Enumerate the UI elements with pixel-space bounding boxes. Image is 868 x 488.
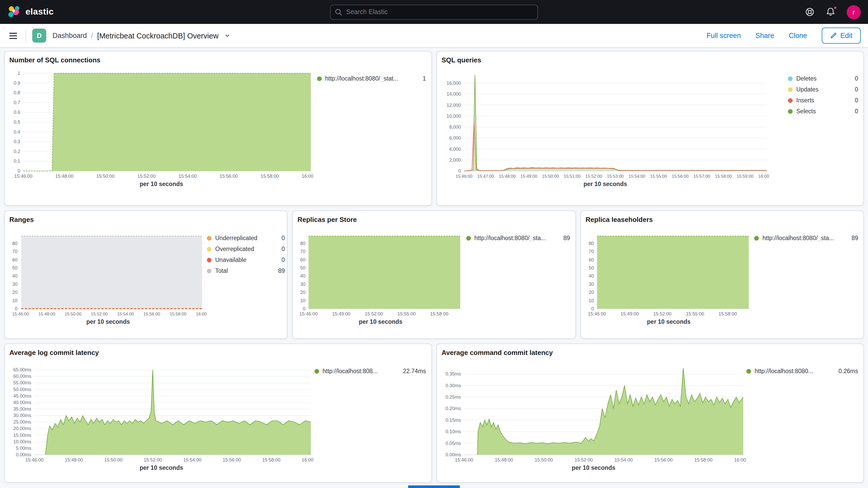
sql-connections-area-chart[interactable]: 00.10.20.30.40.50.60.70.80.9115:46:0015:… bbox=[9, 70, 313, 180]
legend-item-total[interactable]: Total 89 bbox=[207, 268, 285, 274]
svg-text:80: 80 bbox=[588, 241, 594, 246]
svg-text:50: 50 bbox=[12, 265, 18, 271]
legend-color-dot bbox=[207, 247, 212, 251]
svg-text:12,000: 12,000 bbox=[446, 103, 461, 108]
legend-color-dot bbox=[466, 236, 471, 240]
dashboard-actions: Full screen Share Clone Edit bbox=[707, 28, 861, 44]
svg-text:0.05ms: 0.05ms bbox=[445, 441, 461, 446]
panel-number-of-sql-connections: Number of SQL connections 00.10.20.30.40… bbox=[4, 51, 432, 206]
search-input[interactable] bbox=[330, 4, 538, 20]
svg-text:0.4: 0.4 bbox=[14, 129, 20, 134]
legend-item[interactable]: http://localhost:8080... 0.26ms bbox=[746, 368, 858, 374]
svg-text:20.00ms: 20.00ms bbox=[13, 426, 31, 431]
svg-text:70: 70 bbox=[588, 249, 594, 254]
panel-title: Ranges bbox=[9, 216, 282, 223]
svg-text:15:56:00: 15:56:00 bbox=[144, 311, 160, 316]
edit-button[interactable]: Edit bbox=[822, 28, 861, 44]
legend-color-dot bbox=[207, 257, 212, 262]
svg-text:10.00ms: 10.00ms bbox=[13, 439, 31, 444]
svg-text:15:58:00: 15:58:00 bbox=[261, 174, 279, 179]
panel-average-command-commit-latency: Average command commit latency 0.00ms0.0… bbox=[436, 343, 864, 483]
svg-text:15:54:00: 15:54:00 bbox=[183, 457, 202, 462]
leaseholders-area-chart[interactable]: 0102030405060708015:46:0015:49:0015:52:0… bbox=[586, 230, 752, 318]
svg-text:16:00:00: 16:00:00 bbox=[734, 457, 746, 462]
replicas-area-chart[interactable]: 0102030405060708015:46:0015:49:0015:52:0… bbox=[298, 230, 464, 318]
x-axis-group-label: per 10 seconds bbox=[298, 318, 464, 325]
legend-item[interactable]: http://localhost:8080/_sta... 89 bbox=[754, 235, 858, 241]
x-axis-group-label: per 10 seconds bbox=[9, 318, 207, 325]
legend-item[interactable]: http://localhost:808... 22.74ms bbox=[314, 368, 426, 374]
chart-legend: http://localhost:8080/_sta... 89 bbox=[466, 230, 570, 325]
panel-title: Replicas per Store bbox=[298, 216, 570, 223]
breadcrumb-dashboard-link[interactable]: Dashboard bbox=[53, 32, 87, 39]
legend-color-dot bbox=[746, 369, 751, 373]
svg-text:70: 70 bbox=[12, 249, 18, 254]
svg-text:15:50:00: 15:50:00 bbox=[65, 311, 82, 316]
svg-text:15:54:00: 15:54:00 bbox=[117, 311, 134, 316]
svg-text:15:52:00: 15:52:00 bbox=[137, 174, 156, 179]
share-button[interactable]: Share bbox=[755, 32, 774, 39]
user-avatar[interactable]: r bbox=[847, 5, 861, 19]
legend-item-updates[interactable]: Updates 0 bbox=[788, 86, 858, 92]
svg-text:15:52:00: 15:52:00 bbox=[91, 311, 108, 316]
svg-text:15:58:00: 15:58:00 bbox=[718, 311, 737, 316]
full-screen-button[interactable]: Full screen bbox=[707, 32, 741, 39]
svg-text:0.5: 0.5 bbox=[14, 120, 20, 125]
chart-legend: http://localhost:8080... 0.26ms bbox=[746, 363, 858, 471]
svg-text:0: 0 bbox=[303, 306, 306, 311]
legend-item[interactable]: http://localhost:8080/_stat... 1 bbox=[317, 75, 426, 82]
bottom-scroll-indicator[interactable] bbox=[408, 485, 460, 488]
svg-text:10: 10 bbox=[301, 298, 306, 303]
header-actions: r bbox=[805, 5, 861, 19]
svg-text:1: 1 bbox=[18, 71, 20, 76]
svg-text:16,000: 16,000 bbox=[446, 81, 461, 86]
svg-text:15:50:00: 15:50:00 bbox=[104, 457, 122, 462]
svg-text:0.00ms: 0.00ms bbox=[16, 452, 31, 457]
svg-text:15:56:00: 15:56:00 bbox=[220, 174, 238, 179]
legend-item-underreplicated[interactable]: Underreplicated 0 bbox=[207, 235, 285, 241]
legend-item[interactable]: http://localhost:8080/_sta... 89 bbox=[466, 235, 570, 241]
svg-text:80: 80 bbox=[301, 241, 306, 246]
svg-text:15:54:00: 15:54:00 bbox=[614, 457, 632, 462]
log-latency-area-chart[interactable]: 0.00ms5.00ms10.00ms15.00ms20.00ms25.00ms… bbox=[9, 363, 313, 464]
svg-text:16:00:00: 16:00:00 bbox=[302, 174, 313, 179]
sql-queries-area-chart[interactable]: 02,0004,0006,0008,00010,00012,00014,0001… bbox=[441, 70, 769, 180]
svg-text:60: 60 bbox=[588, 257, 594, 263]
svg-text:10,000: 10,000 bbox=[446, 114, 461, 119]
svg-text:15:49:00: 15:49:00 bbox=[520, 174, 537, 179]
legend-item-unavailable[interactable]: Unavailable 0 bbox=[207, 257, 285, 263]
legend-item-overreplicated[interactable]: Overreplicated 0 bbox=[207, 246, 285, 252]
help-icon[interactable] bbox=[805, 7, 814, 17]
svg-text:0.15ms: 0.15ms bbox=[445, 418, 461, 423]
svg-text:0: 0 bbox=[458, 169, 461, 174]
legend-item-deletes[interactable]: Deletes 0 bbox=[788, 75, 858, 82]
svg-text:40: 40 bbox=[301, 273, 306, 279]
svg-text:0.00ms: 0.00ms bbox=[445, 452, 461, 457]
chart-legend: Deletes 0 Updates 0 Inserts 0 bbox=[788, 70, 858, 187]
dashboard-toolbar: D Dashboard / [Metricbeat CockroachDB] O… bbox=[0, 24, 868, 48]
svg-text:15:55:00: 15:55:00 bbox=[398, 311, 416, 316]
elastic-home-link[interactable]: elastic bbox=[7, 5, 54, 19]
ranges-area-chart[interactable]: 0102030405060708015:46:0015:48:0015:50:0… bbox=[9, 230, 207, 318]
svg-text:15:47:00: 15:47:00 bbox=[477, 174, 494, 179]
panel-title: Number of SQL connections bbox=[9, 56, 426, 64]
svg-text:15:49:00: 15:49:00 bbox=[620, 311, 639, 316]
svg-text:4,000: 4,000 bbox=[449, 147, 461, 152]
panel-replica-leaseholders: Replica leaseholders 0102030405060708015… bbox=[580, 211, 864, 339]
clone-button[interactable]: Clone bbox=[789, 32, 807, 39]
svg-text:15:48:00: 15:48:00 bbox=[55, 174, 73, 179]
alerts-bell-icon[interactable] bbox=[826, 7, 835, 17]
legend-item-inserts[interactable]: Inserts 0 bbox=[788, 97, 858, 103]
command-latency-area-chart[interactable]: 0.00ms0.05ms0.10ms0.15ms0.20ms0.25ms0.30… bbox=[441, 363, 746, 464]
svg-text:0.6: 0.6 bbox=[14, 110, 20, 115]
dashboard-grid: Number of SQL connections 00.10.20.30.40… bbox=[0, 48, 868, 483]
chevron-down-icon[interactable] bbox=[224, 32, 230, 39]
svg-text:15:58:00: 15:58:00 bbox=[715, 174, 732, 179]
legend-item-selects[interactable]: Selects 0 bbox=[788, 108, 858, 114]
space-badge[interactable]: D bbox=[32, 29, 46, 42]
svg-text:0: 0 bbox=[18, 169, 20, 174]
svg-text:0.10ms: 0.10ms bbox=[445, 429, 461, 434]
menu-hamburger-icon[interactable] bbox=[7, 30, 19, 41]
svg-text:14,000: 14,000 bbox=[446, 91, 461, 97]
svg-text:0.8: 0.8 bbox=[14, 90, 20, 95]
